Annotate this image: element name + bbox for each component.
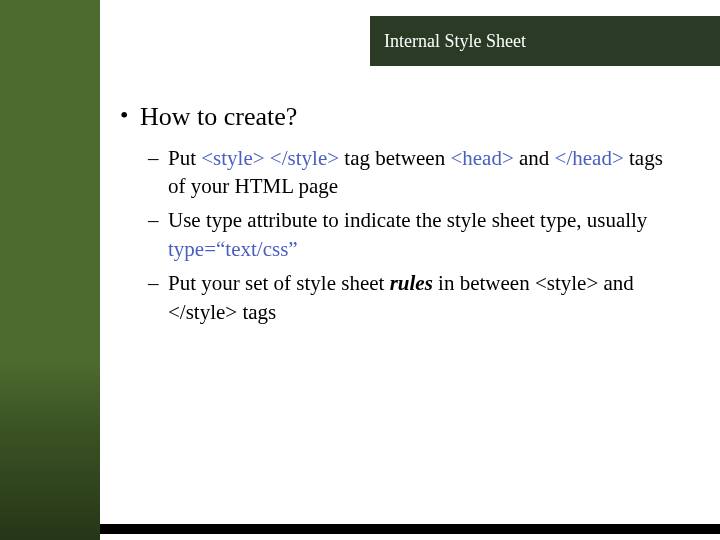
text: Use type attribute to indicate the style… (168, 208, 647, 232)
keyword: <head> (450, 146, 513, 170)
slide-title: Internal Style Sheet (370, 31, 526, 52)
text: and (514, 146, 555, 170)
keyword: <style> </style> (201, 146, 339, 170)
text: tag between (339, 146, 450, 170)
keyword: </head> (555, 146, 624, 170)
text: Put your set of style sheet (168, 271, 390, 295)
title-band: Internal Style Sheet (370, 16, 720, 66)
text: Put (168, 146, 201, 170)
bullet-level1: How to create? Put <style> </style> tag … (120, 100, 680, 326)
left-sidebar-gradient (0, 360, 100, 540)
keyword: type=“text/css” (168, 237, 298, 261)
bullet-level2: Use type attribute to indicate the style… (140, 206, 680, 263)
bullet-level2: Put your set of style sheet rules in bet… (140, 269, 680, 326)
emphasis: rules (390, 271, 433, 295)
bottom-bar (100, 524, 720, 534)
bullet-level2: Put <style> </style> tag between <head> … (140, 144, 680, 201)
bullet-heading: How to create? (140, 102, 297, 131)
slide-content: How to create? Put <style> </style> tag … (120, 100, 680, 332)
